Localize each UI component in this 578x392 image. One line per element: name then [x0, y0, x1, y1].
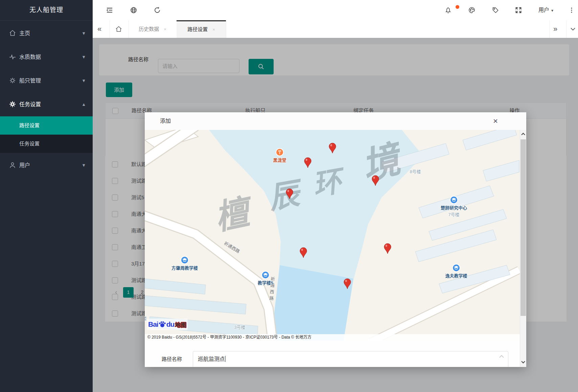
- palette-icon[interactable]: [468, 6, 476, 14]
- sidebar-submenu: 路径设置 任务设置: [0, 116, 93, 153]
- scroll-up-icon[interactable]: [521, 132, 526, 137]
- modal-scrollbar[interactable]: [520, 130, 526, 367]
- path-name-value: 巡航监测点: [198, 356, 225, 362]
- scrollbar-thumb[interactable]: [521, 139, 526, 316]
- poi-label: 逸夫教学楼: [445, 272, 467, 279]
- home-tab-icon[interactable]: [115, 25, 122, 33]
- input-chevron-icon[interactable]: [499, 354, 504, 359]
- sidebar-subitem-label: 路径设置: [19, 122, 40, 128]
- tab-history-data[interactable]: 历史数据×: [129, 20, 177, 38]
- restaurant-poi-icon[interactable]: [276, 149, 283, 156]
- divider: [110, 20, 110, 38]
- poi-label: 教学楼5: [258, 279, 273, 286]
- tabs-menu-chevron-icon[interactable]: [570, 27, 576, 31]
- top-navbar: 用户▾: [93, 0, 578, 21]
- chevron-up-icon: ▲: [82, 93, 86, 116]
- sidebar-subitem-task-settings[interactable]: 任务设置: [0, 135, 93, 153]
- tabs-scroll-left-icon[interactable]: «: [97, 20, 101, 38]
- chevron-down-icon: ▾: [551, 8, 553, 13]
- tab-bar: « 历史数据× 路径设置× »: [93, 20, 578, 38]
- path-name-label: 路径名称: [162, 351, 182, 367]
- map-marker-pin[interactable]: [285, 188, 294, 200]
- poi-sub-label: 7号楼: [448, 211, 459, 217]
- building-poi-icon[interactable]: [262, 272, 269, 278]
- divider: [566, 20, 567, 38]
- tag-icon[interactable]: [492, 6, 499, 14]
- divider: [549, 20, 550, 38]
- path-name-input[interactable]: 巡航监测点: [193, 351, 508, 367]
- tab-label: 路径设置: [187, 26, 208, 32]
- person-icon: [9, 161, 17, 169]
- baidu-logo-suffix: 地图: [175, 320, 186, 329]
- app-title: 无人船管理: [0, 0, 93, 21]
- sidebar-subitem-label: 任务设置: [19, 141, 40, 146]
- poi-label: 黑泷堂: [273, 157, 286, 163]
- poi-label: 8号楼: [410, 168, 421, 175]
- tabs-scroll-right-icon[interactable]: »: [553, 20, 557, 38]
- map-marker-pin[interactable]: [299, 247, 307, 259]
- close-icon[interactable]: ×: [493, 112, 498, 130]
- sidebar-item-label: 任务设置: [19, 93, 41, 116]
- sidebar-item-water-data[interactable]: 水质数据 ▼: [0, 45, 93, 69]
- tab-path-settings[interactable]: 路径设置×: [177, 20, 226, 38]
- sidebar-subitem-path-settings[interactable]: 路径设置: [0, 116, 93, 135]
- building-poi-icon[interactable]: [453, 264, 460, 271]
- chevron-down-icon: ▼: [82, 69, 86, 93]
- user-menu-label: 用户: [538, 7, 549, 13]
- add-path-modal: 添加 ×: [145, 112, 526, 367]
- user-menu[interactable]: 用户▾: [538, 0, 553, 20]
- kebab-menu-icon[interactable]: [568, 6, 575, 14]
- gear-outline-icon: [9, 77, 17, 85]
- globe-icon[interactable]: [130, 6, 137, 14]
- modal-title: 添加: [160, 112, 171, 130]
- baidu-logo-text: Bai: [148, 320, 158, 328]
- sidebar-item-boat-management[interactable]: 船只管理 ▼: [0, 69, 93, 93]
- baidu-logo-text: du: [166, 320, 175, 328]
- pulse-icon: [9, 53, 17, 61]
- chevron-down-icon: ▼: [82, 22, 86, 45]
- sidebar-item-label: 船只管理: [19, 69, 41, 93]
- map-attribution: © 2019 Baidu - GS(2018)5572号 - 甲测资字11009…: [145, 334, 520, 341]
- sidebar-item-home[interactable]: 主页 ▼: [0, 22, 93, 45]
- home-icon: [9, 29, 17, 38]
- building-poi-icon[interactable]: [181, 257, 188, 263]
- map-marker-pin[interactable]: [384, 243, 392, 255]
- building-poi-icon[interactable]: [450, 197, 457, 203]
- modal-header: 添加 ×: [145, 112, 526, 130]
- map-marker-pin[interactable]: [343, 278, 351, 290]
- collapse-menu-icon[interactable]: [106, 6, 113, 14]
- divider: [226, 20, 226, 38]
- sidebar-item-label: 用户: [19, 154, 30, 177]
- map-marker-pin[interactable]: [328, 143, 337, 154]
- notification-badge: [456, 5, 459, 9]
- chevron-down-icon: ▼: [82, 154, 86, 177]
- bell-icon[interactable]: [444, 6, 452, 14]
- sidebar: 无人船管理 主页 ▼ 水质数据 ▼ 船只管理 ▼ 任务设置 ▲ 路径设置 任务设…: [0, 0, 93, 392]
- sidebar-item-label: 水质数据: [19, 45, 41, 69]
- gear-icon: [9, 100, 17, 109]
- chevron-down-icon: ▼: [82, 45, 86, 69]
- poi-label: 方肇周教学楼: [171, 264, 198, 271]
- refresh-icon[interactable]: [154, 6, 161, 14]
- sidebar-item-label: 主页: [19, 22, 30, 45]
- baidu-paw-icon: [158, 321, 166, 328]
- poi-label: 楚辞研究中心: [441, 204, 467, 211]
- baidu-maps-logo: Bai du 地图: [147, 319, 188, 330]
- scroll-down-icon[interactable]: [521, 360, 526, 365]
- map-marker-pin[interactable]: [304, 157, 312, 169]
- tab-close-icon[interactable]: ×: [164, 27, 166, 32]
- poi-label: 3号楼: [234, 324, 245, 330]
- baidu-map[interactable]: 檀 辰 环 境 祈通西路 祈通西路 黑泷堂8号楼楚辞研究中心7号楼逸夫教学楼方肇…: [145, 130, 520, 341]
- map-marker-pin[interactable]: [371, 175, 379, 187]
- fullscreen-icon[interactable]: [515, 6, 522, 14]
- sidebar-item-users[interactable]: 用户 ▼: [0, 154, 93, 177]
- tab-label: 历史数据: [139, 26, 159, 32]
- tab-close-icon[interactable]: ×: [212, 27, 215, 32]
- sidebar-item-task-settings[interactable]: 任务设置 ▲: [0, 93, 93, 116]
- text-caret: [225, 356, 226, 362]
